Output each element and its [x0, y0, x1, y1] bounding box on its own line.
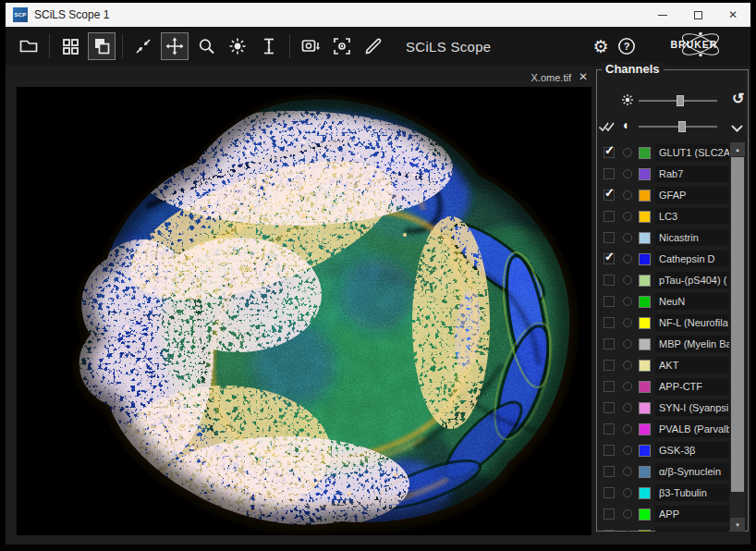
channel-visible-checkbox[interactable]	[604, 296, 615, 307]
channel-visible-checkbox[interactable]	[604, 338, 615, 349]
channel-color-swatch[interactable]	[639, 147, 651, 159]
channel-name-field[interactable]: Rab7	[655, 165, 729, 182]
channel-color-swatch[interactable]	[639, 190, 651, 202]
channel-visible-checkbox[interactable]	[604, 211, 615, 222]
channel-visible-checkbox[interactable]: ✓	[604, 253, 615, 264]
close-button[interactable]: ✕	[715, 3, 750, 27]
channel-color-swatch[interactable]	[639, 508, 651, 520]
channel-name-field[interactable]: Nicastrin	[655, 229, 729, 246]
channel-solo-radio[interactable]	[623, 403, 632, 412]
channel-visible-checkbox[interactable]	[604, 275, 615, 286]
channel-visible-checkbox[interactable]	[604, 530, 615, 532]
channel-name-field[interactable]: SYN-I (Syanpsi	[655, 399, 729, 416]
reset-icon[interactable]: ↺	[732, 90, 744, 107]
channel-name-field[interactable]: APP-CTF	[655, 378, 729, 395]
channel-solo-radio[interactable]	[623, 254, 632, 263]
overlay-view-button[interactable]	[88, 32, 116, 60]
snapshot-region-button[interactable]	[328, 32, 356, 60]
maximize-button[interactable]	[680, 3, 715, 27]
channel-solo-radio[interactable]	[623, 509, 632, 519]
channel-visible-checkbox[interactable]	[604, 381, 615, 392]
channel-name-field[interactable]: AKT	[655, 357, 729, 373]
channel-solo-radio[interactable]	[623, 318, 632, 327]
channel-color-swatch[interactable]	[639, 360, 651, 372]
channel-solo-radio[interactable]	[623, 446, 632, 455]
channel-solo-radio[interactable]	[623, 233, 632, 242]
channel-color-swatch[interactable]	[639, 402, 651, 414]
tile-view-button[interactable]	[56, 32, 84, 60]
channel-name-field[interactable]: GFAP	[655, 187, 729, 203]
fit-to-view-button[interactable]	[129, 32, 157, 60]
channel-solo-radio[interactable]	[623, 361, 632, 370]
zoom-tool-button[interactable]	[192, 32, 220, 60]
measure-tool-button[interactable]	[360, 32, 387, 60]
channel-visible-checkbox[interactable]	[604, 317, 615, 328]
brightness-slider[interactable]	[639, 100, 717, 102]
channel-solo-radio[interactable]	[623, 424, 632, 434]
channel-name-field[interactable]: pGSK-3β (S9)	[655, 527, 729, 532]
channel-name-field[interactable]: NeuN	[655, 293, 729, 310]
channel-solo-radio[interactable]	[623, 148, 632, 157]
channel-color-swatch[interactable]	[639, 445, 651, 457]
channel-visible-checkbox[interactable]: ✓	[604, 147, 615, 158]
channel-solo-radio[interactable]	[623, 276, 632, 285]
channel-solo-radio[interactable]	[623, 190, 632, 200]
contrast-slider[interactable]	[639, 126, 717, 128]
channel-color-swatch[interactable]	[639, 211, 651, 223]
intensity-range-tool-button[interactable]	[255, 32, 283, 60]
channel-solo-radio[interactable]	[623, 169, 632, 178]
channel-name-field[interactable]: pTau-(pS404) (	[655, 272, 729, 288]
minimize-button[interactable]	[645, 3, 680, 27]
channel-color-swatch[interactable]	[639, 232, 651, 244]
channel-visible-checkbox[interactable]	[604, 360, 615, 371]
channel-name-field[interactable]: PVALB (Parvalb	[655, 421, 729, 437]
channel-name-field[interactable]: MBP (Myelin Ba	[655, 336, 729, 352]
channel-name-field[interactable]: GSK-3β	[655, 442, 729, 459]
image-tab[interactable]: X.ome.tif	[528, 70, 575, 85]
channel-color-swatch[interactable]	[639, 530, 651, 532]
channel-visible-checkbox[interactable]: ✓	[604, 190, 615, 201]
channel-solo-radio[interactable]	[623, 488, 632, 497]
channel-color-swatch[interactable]	[639, 423, 651, 435]
channel-name-field[interactable]: GLUT1 (SLC2A1	[655, 144, 729, 161]
channel-name-field[interactable]: APP	[655, 506, 729, 522]
help-button[interactable]: ?	[614, 33, 640, 59]
channel-visible-checkbox[interactable]	[604, 168, 615, 179]
channel-name-field[interactable]: Cathepsin D	[655, 251, 729, 267]
chevron-down-icon[interactable]	[730, 120, 744, 137]
image-viewport[interactable]	[17, 87, 591, 535]
channel-visible-checkbox[interactable]	[604, 487, 615, 498]
scroll-down-button[interactable]: ▼	[730, 518, 745, 532]
channel-color-swatch[interactable]	[639, 253, 651, 265]
channel-solo-radio[interactable]	[623, 297, 632, 306]
channel-name-field[interactable]: NF-L (Neurofila	[655, 314, 729, 331]
channel-list-scrollbar[interactable]: ▲ ▼	[730, 142, 745, 532]
channel-solo-radio[interactable]	[623, 382, 632, 391]
scroll-up-button[interactable]: ▲	[730, 142, 745, 156]
channel-visible-checkbox[interactable]	[604, 508, 615, 520]
channel-color-swatch[interactable]	[639, 487, 651, 499]
channel-visible-checkbox[interactable]	[604, 423, 615, 435]
select-all-channels-icon[interactable]	[598, 119, 618, 138]
tab-close-icon[interactable]: ✕	[575, 70, 591, 85]
brightness-tool-button[interactable]	[224, 32, 251, 60]
open-folder-button[interactable]	[15, 32, 43, 60]
channel-name-field[interactable]: β3-Tubulin	[655, 484, 729, 501]
contrast-slider-handle[interactable]	[678, 121, 686, 132]
channel-visible-checkbox[interactable]	[604, 445, 615, 456]
channel-color-swatch[interactable]	[639, 381, 651, 393]
channel-color-swatch[interactable]	[639, 275, 651, 287]
channel-color-swatch[interactable]	[639, 168, 651, 180]
pan-tool-button[interactable]	[161, 32, 189, 60]
channel-color-swatch[interactable]	[639, 338, 651, 350]
channel-solo-radio[interactable]	[623, 467, 632, 476]
channel-solo-radio[interactable]	[623, 339, 632, 349]
channel-name-field[interactable]: LC3	[655, 208, 729, 225]
channel-name-field[interactable]: α/β-Synuclein	[655, 463, 729, 480]
settings-button[interactable]: ⚙	[588, 33, 614, 59]
scrollbar-thumb[interactable]	[731, 157, 744, 492]
channel-visible-checkbox[interactable]	[604, 466, 615, 477]
channel-solo-radio[interactable]	[623, 212, 632, 221]
channel-color-swatch[interactable]	[639, 317, 651, 329]
snapshot-export-button[interactable]	[297, 32, 324, 60]
